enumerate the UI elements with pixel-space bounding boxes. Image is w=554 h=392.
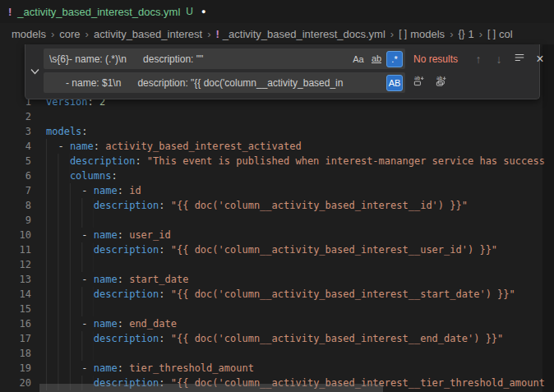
- line-number[interactable]: 14: [0, 287, 31, 302]
- token-key: name: [94, 274, 118, 285]
- breadcrumb-item[interactable]: [ ]col: [487, 28, 513, 40]
- code-line[interactable]: 5description: "This event is published w…: [0, 154, 554, 168]
- breadcrumb-separator-icon: ›: [450, 28, 453, 40]
- breadcrumb-item[interactable]: models: [12, 28, 46, 40]
- indent-guides: [46, 257, 94, 272]
- line-number[interactable]: 12: [0, 257, 31, 272]
- breadcrumb-item[interactable]: {}1: [458, 28, 473, 40]
- line-number[interactable]: 7: [0, 183, 31, 198]
- line-number[interactable]: 20: [0, 376, 31, 390]
- previous-match-button[interactable]: ↑: [470, 51, 487, 67]
- symbol-icon: {}: [458, 28, 464, 39]
- find-input[interactable]: \s{6}- name: (.*)\n description: "" Aa a…: [44, 48, 405, 69]
- match-case-toggle[interactable]: Aa: [350, 51, 367, 67]
- indent-guides: [46, 183, 81, 198]
- token-str: user_id: [129, 229, 171, 241]
- token-key: columns: [70, 170, 112, 182]
- line-number[interactable]: 16: [0, 316, 31, 331]
- find-results-count: No results: [413, 53, 466, 65]
- find-in-selection-button[interactable]: [511, 51, 528, 67]
- code-line[interactable]: 2: [0, 109, 554, 124]
- line-number[interactable]: 13: [0, 272, 31, 287]
- line-number[interactable]: 4: [0, 139, 31, 154]
- horizontal-scrollbar-thumb[interactable]: [39, 384, 383, 392]
- token-punc: :: [118, 274, 129, 285]
- line-number[interactable]: 11: [0, 242, 31, 257]
- code-text: - name: end_date: [31, 316, 177, 331]
- code-line[interactable]: 16- name: end_date: [0, 316, 554, 331]
- indent-guides: [46, 168, 70, 183]
- indent-guides: [46, 331, 94, 346]
- code-text: - name: tier_threshold_amount: [31, 361, 254, 376]
- breadcrumb-item[interactable]: [ ]models: [399, 28, 445, 40]
- preserve-case-toggle[interactable]: AB: [386, 75, 403, 91]
- replace-all-button[interactable]: ab: [432, 74, 450, 92]
- code-line[interactable]: 14description: "{{ doc('column__activity…: [0, 287, 554, 302]
- token-str: "{{ doc('column__activity_based_interest…: [171, 333, 504, 344]
- code-text: [31, 302, 94, 316]
- code-line[interactable]: 13- name: start_date: [0, 272, 554, 287]
- indent-guides: [46, 198, 94, 213]
- code-text: [31, 213, 94, 228]
- whole-word-toggle[interactable]: ab: [368, 51, 385, 67]
- token-str: id: [129, 185, 141, 196]
- close-find-button[interactable]: ×: [532, 51, 548, 67]
- line-number[interactable]: 5: [0, 154, 31, 168]
- chevron-down-icon: [30, 63, 39, 78]
- code-line[interactable]: 11description: "{{ doc('column__activity…: [0, 242, 554, 257]
- token-key: description: [94, 288, 159, 300]
- arrow-down-icon: ↓: [496, 53, 502, 66]
- toggle-replace-button[interactable]: [25, 48, 44, 93]
- git-status-badge: U: [186, 6, 193, 17]
- line-number[interactable]: 19: [0, 361, 31, 376]
- code-line[interactable]: 4- name: activity_based_interest_activat…: [0, 139, 554, 154]
- code-line[interactable]: 9: [0, 213, 554, 228]
- yaml-file-icon: !: [8, 6, 12, 18]
- code-line[interactable]: 17description: "{{ doc('column__activity…: [0, 331, 554, 346]
- code-text: - name: id: [31, 183, 141, 198]
- line-number[interactable]: 15: [0, 302, 31, 316]
- line-number[interactable]: 17: [0, 331, 31, 346]
- line-number[interactable]: 18: [0, 346, 31, 361]
- code-line[interactable]: 19- name: tier_threshold_amount: [0, 361, 554, 376]
- line-number[interactable]: 10: [0, 228, 31, 242]
- code-line[interactable]: 8description: "{{ doc('column__activity_…: [0, 198, 554, 213]
- replace-input[interactable]: - name: $1\n description: "{{ doc('colum…: [44, 72, 405, 93]
- indent-guides: [46, 287, 94, 302]
- code-pane: 1version: 223models:4- name: activity_ba…: [0, 95, 554, 390]
- token-punc: -: [81, 318, 93, 330]
- breadcrumb-separator-icon: ›: [390, 28, 394, 40]
- code-line[interactable]: 18: [0, 346, 554, 361]
- line-number[interactable]: 2: [0, 109, 31, 124]
- code-line[interactable]: 10- name: user_id: [0, 228, 554, 242]
- breadcrumb-item[interactable]: activity_based_interest: [94, 28, 202, 40]
- symbol-icon: [ ]: [487, 28, 496, 39]
- svg-text:ab: ab: [413, 75, 420, 81]
- token-key: name: [94, 185, 118, 196]
- unsaved-dot-icon[interactable]: ●: [201, 7, 205, 16]
- breadcrumb-separator-icon: ›: [51, 28, 54, 40]
- code-line[interactable]: 3models:: [0, 124, 554, 139]
- replace-button[interactable]: ab: [409, 74, 427, 92]
- code-text: [31, 109, 46, 124]
- code-line[interactable]: 7- name: id: [0, 183, 554, 198]
- token-punc: :: [118, 229, 129, 241]
- replace-row: - name: $1\n description: "{{ doc('colum…: [44, 72, 534, 93]
- breadcrumb-item[interactable]: !_activity_based_interest_docs.yml: [216, 28, 385, 40]
- token-key: name: [94, 229, 118, 241]
- next-match-button[interactable]: ↓: [491, 51, 507, 67]
- line-number[interactable]: 9: [0, 213, 31, 228]
- token-key: models: [46, 126, 81, 137]
- code-line[interactable]: 6columns:: [0, 168, 554, 183]
- code-line[interactable]: 15: [0, 302, 554, 316]
- line-number[interactable]: 6: [0, 168, 31, 183]
- line-number[interactable]: 3: [0, 124, 31, 139]
- code-line[interactable]: 12: [0, 257, 554, 272]
- token-punc: -: [81, 229, 93, 241]
- regex-toggle[interactable]: .*: [386, 51, 403, 67]
- editor-tab[interactable]: ! _activity_based_interest_docs.yml U ●: [0, 0, 215, 23]
- vertical-scrollbar[interactable]: [542, 44, 554, 392]
- breadcrumb-item[interactable]: core: [59, 28, 80, 40]
- token-punc: :: [135, 155, 146, 167]
- line-number[interactable]: 8: [0, 198, 31, 213]
